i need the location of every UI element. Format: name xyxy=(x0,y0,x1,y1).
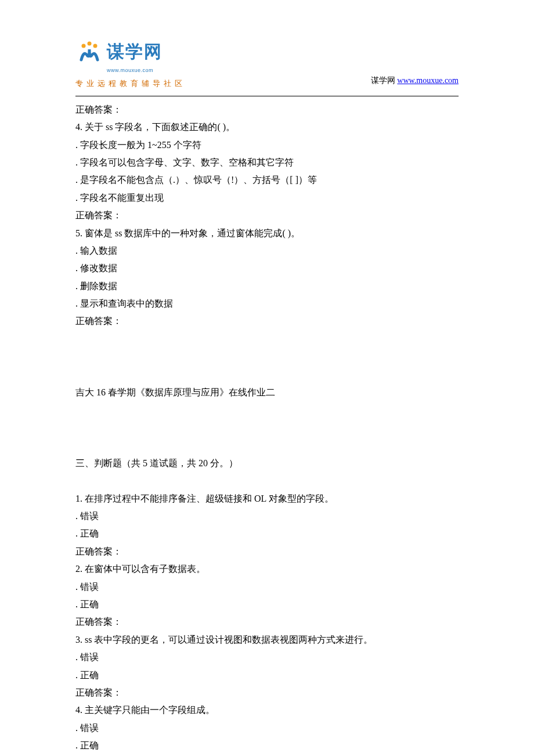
section-title: 吉大 16 春学期《数据库原理与应用》在线作业二 xyxy=(75,384,459,401)
header-divider xyxy=(75,96,459,96)
tf-3-option: . 正确 xyxy=(75,667,459,684)
question-5-option: . 修改数据 xyxy=(75,260,459,277)
section-subtitle: 三、判断题（共 5 道试题，共 20 分。） xyxy=(75,455,459,472)
tf-1-option: . 错误 xyxy=(75,507,459,525)
logo-tagline: 专业远程教育辅导社区 xyxy=(75,77,186,91)
document-page: 谋学网 www.mouxue.com 专业远程教育辅导社区 谋学网 www.mo… xyxy=(0,0,534,756)
tf-1-option: . 正确 xyxy=(75,525,459,542)
answer-label: 正确答案： xyxy=(75,312,459,330)
question-5-stem: 5. 窗体是 ss 数据库中的一种对象，通过窗体能完成( )。 xyxy=(75,225,459,242)
site-label: 谋学网 xyxy=(371,76,395,85)
answer-label: 正确答案： xyxy=(75,207,459,224)
svg-point-2 xyxy=(93,44,98,48)
svg-point-0 xyxy=(82,44,86,48)
logo-block: 谋学网 www.mouxue.com 专业远程教育辅导社区 xyxy=(75,35,186,91)
document-content: 正确答案： 4. 关于 ss 字段名，下面叙述正确的( )。 . 字段长度一般为… xyxy=(75,101,459,756)
svg-point-1 xyxy=(88,41,92,45)
tf-4-stem: 4. 主关键字只能由一个字段组成。 xyxy=(75,701,459,719)
logo-icon xyxy=(75,40,103,63)
site-reference: 谋学网 www.mouxue.com xyxy=(371,73,459,91)
question-4-option: . 是字段名不能包含点（.）、惊叹号（!）、方括号（[ ]）等 xyxy=(75,171,459,189)
tf-4-option: . 错误 xyxy=(75,719,459,737)
question-5-option: . 显示和查询表中的数据 xyxy=(75,295,459,312)
tf-3-option: . 错误 xyxy=(75,649,459,666)
answer-label: 正确答案： xyxy=(75,543,459,560)
question-4-option: . 字段长度一般为 1~255 个字符 xyxy=(75,136,459,154)
question-4-stem: 4. 关于 ss 字段名，下面叙述正确的( )。 xyxy=(75,118,459,136)
tf-4-option: . 正确 xyxy=(75,737,459,754)
logo-text-cn: 谋学网 xyxy=(107,35,163,68)
tf-2-option: . 错误 xyxy=(75,578,459,596)
question-5-option: . 删除数据 xyxy=(75,278,459,295)
tf-3-stem: 3. ss 表中字段的更名，可以通过设计视图和数据表视图两种方式来进行。 xyxy=(75,631,459,649)
tf-2-option: . 正确 xyxy=(75,596,459,613)
question-4-option: . 字段名可以包含字母、文字、数字、空格和其它字符 xyxy=(75,154,459,171)
site-link[interactable]: www.mouxue.com xyxy=(397,76,459,85)
question-4-option: . 字段名不能重复出现 xyxy=(75,189,459,207)
page-header: 谋学网 www.mouxue.com 专业远程教育辅导社区 谋学网 www.mo… xyxy=(75,35,459,91)
answer-label: 正确答案： xyxy=(75,684,459,701)
answer-label: 正确答案： xyxy=(75,613,459,631)
answer-label: 正确答案： xyxy=(75,101,459,118)
tf-1-stem: 1. 在排序过程中不能排序备注、超级链接和 OL 对象型的字段。 xyxy=(75,490,459,507)
question-5-option: . 输入数据 xyxy=(75,242,459,260)
logo-url-text: www.mouxue.com xyxy=(107,66,153,75)
tf-2-stem: 2. 在窗体中可以含有子数据表。 xyxy=(75,560,459,578)
